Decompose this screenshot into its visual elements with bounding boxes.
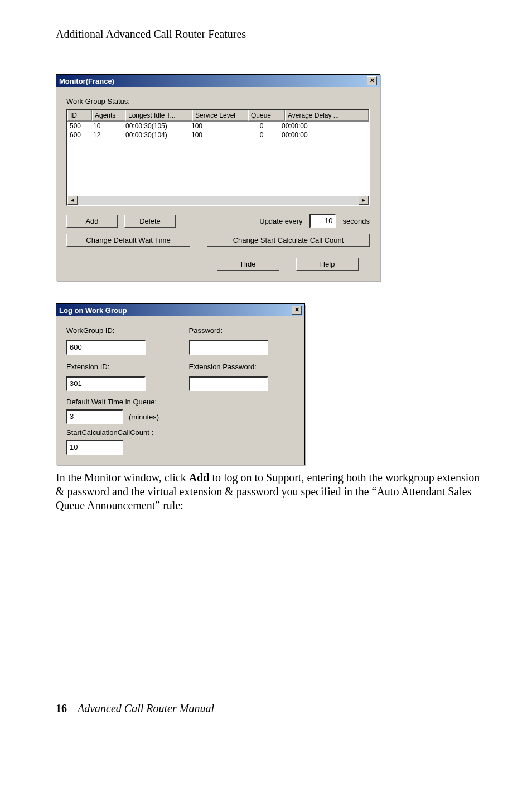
start-calc-call-count-label: StartCalculationCallCount :: [66, 428, 294, 437]
extension-password-input[interactable]: [189, 376, 268, 391]
minutes-label: (minutes): [129, 413, 159, 421]
default-wait-time-input[interactable]: 3: [66, 409, 123, 424]
page-number: 16: [56, 702, 67, 714]
monitor-titlebar: Monitor(France) ✕: [56, 75, 380, 87]
extension-password-label: Extension Password:: [189, 363, 295, 371]
body-text-bold: Add: [189, 471, 210, 484]
cell-id: 500: [67, 122, 91, 130]
table-row[interactable]: 500 10 00:00:30(105) 100 0 00:00:00: [67, 122, 369, 131]
cell-service: 100: [189, 131, 244, 139]
scroll-left-icon[interactable]: ◄: [67, 196, 78, 205]
listview-header: ID Agents Longest Idle T... Service Leve…: [67, 110, 369, 122]
password-label: Password:: [189, 326, 295, 335]
cell-queue: 0: [244, 122, 279, 130]
cell-longest: 00:00:30(104): [123, 131, 189, 139]
add-button[interactable]: Add: [66, 215, 118, 228]
help-button[interactable]: Help: [296, 258, 359, 271]
page-footer: 16 Advanced Call Router Manual: [56, 702, 487, 715]
monitor-dialog: Monitor(France) ✕ Work Group Status: ID …: [56, 74, 380, 281]
col-avg[interactable]: Average Delay ...: [285, 110, 369, 121]
monitor-title: Monitor(France): [59, 77, 114, 85]
seconds-label: seconds: [343, 217, 370, 225]
close-icon[interactable]: ✕: [367, 76, 377, 85]
extension-id-label: Extension ID:: [66, 363, 172, 371]
default-wait-time-label: Default Wait Time in Queue:: [66, 398, 294, 406]
logon-dialog: Log on Work Group ✕ WorkGroup ID: Passwo…: [56, 303, 305, 465]
workgroup-id-input[interactable]: 600: [66, 340, 146, 355]
delete-button[interactable]: Delete: [124, 215, 176, 228]
extension-id-input[interactable]: 301: [66, 376, 146, 391]
scroll-right-icon[interactable]: ►: [359, 196, 369, 205]
update-every-label: Update every: [259, 217, 302, 225]
logon-title: Log on Work Group: [59, 306, 127, 315]
col-id[interactable]: ID: [67, 110, 92, 121]
col-longest[interactable]: Longest Idle T...: [125, 110, 192, 121]
cell-id: 600: [67, 131, 91, 139]
password-input[interactable]: [189, 340, 268, 355]
workgroup-listview[interactable]: ID Agents Longest Idle T... Service Leve…: [66, 109, 370, 206]
workgroup-id-label: WorkGroup ID:: [66, 326, 172, 335]
col-agents[interactable]: Agents: [92, 110, 125, 121]
workgroup-status-label: Work Group Status:: [66, 97, 370, 105]
cell-agents: 12: [91, 131, 123, 139]
update-interval-input[interactable]: 10: [309, 214, 336, 228]
cell-longest: 00:00:30(105): [123, 122, 189, 130]
logon-titlebar: Log on Work Group ✕: [56, 304, 304, 316]
cell-avg: 00:00:00: [279, 131, 369, 139]
start-calc-call-count-input[interactable]: 10: [66, 440, 123, 455]
cell-agents: 10: [91, 122, 123, 130]
change-start-calculate-call-count-button[interactable]: Change Start Calculate Call Count: [207, 234, 370, 247]
change-default-wait-time-button[interactable]: Change Default Wait Time: [66, 234, 190, 247]
cell-service: 100: [189, 122, 244, 130]
body-paragraph: In the Monitor window, click Add to log …: [56, 471, 487, 513]
hide-button[interactable]: Hide: [217, 258, 279, 271]
body-text-1: In the Monitor window, click: [56, 471, 189, 484]
col-queue[interactable]: Queue: [248, 110, 285, 121]
col-service[interactable]: Service Level: [192, 110, 248, 121]
horizontal-scrollbar[interactable]: ◄ ►: [67, 196, 369, 205]
cell-queue: 0: [244, 131, 279, 139]
page-header: Additional Advanced Call Router Features: [56, 28, 487, 41]
table-row[interactable]: 600 12 00:00:30(104) 100 0 00:00:00: [67, 131, 369, 139]
cell-avg: 00:00:00: [279, 122, 369, 130]
book-title: Advanced Call Router Manual: [78, 702, 214, 714]
close-icon[interactable]: ✕: [292, 306, 302, 315]
